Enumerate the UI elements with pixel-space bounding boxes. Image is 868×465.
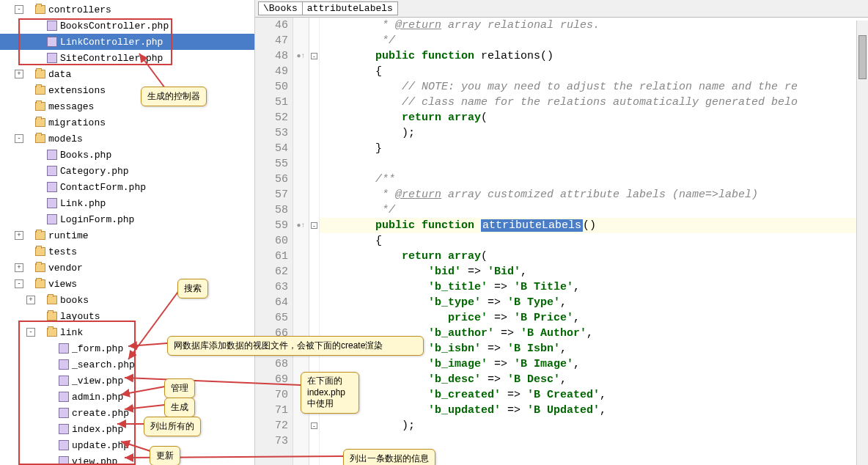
code-content[interactable]: * @return array relational rules. */ pub…	[320, 18, 868, 465]
tree-node-label[interactable]: migrations	[48, 117, 106, 128]
tree-node-admin-php[interactable]: admin.php	[0, 389, 254, 405]
expand-icon[interactable]: +	[15, 263, 23, 272]
tree-node-LoginForm-php[interactable]: LoginForm.php	[0, 211, 254, 227]
tree-node-label[interactable]: update.php	[72, 440, 129, 451]
code-line[interactable]: price' => 'B Price',	[320, 310, 868, 326]
scrollbar-thumb[interactable]	[858, 35, 867, 79]
code-line[interactable]: }	[320, 141, 868, 156]
code-line[interactable]: 'b_type' => 'B Type',	[320, 295, 868, 310]
tree-node-vendor[interactable]: +vendor	[0, 260, 254, 276]
tree-node-label[interactable]: models	[48, 133, 83, 144]
tree-node-controllers[interactable]: -controllers	[0, 1, 254, 18]
tree-node-models[interactable]: -models	[0, 131, 254, 147]
collapse-icon[interactable]: -	[26, 328, 35, 337]
tree-node-update-php[interactable]: update.php	[0, 437, 254, 453]
tree-node-SiteController-php[interactable]: SiteController.php	[0, 50, 254, 66]
tree-node-label[interactable]: tests	[48, 246, 77, 257]
code-line[interactable]: // class name for the relations automati…	[320, 95, 868, 110]
tree-node-label[interactable]: BooksController.php	[60, 21, 169, 32]
tree-node-_search-php[interactable]: _search.php	[0, 356, 254, 373]
code-line[interactable]	[320, 156, 868, 172]
tree-node-label[interactable]: views	[48, 279, 77, 290]
code-line[interactable]: );	[320, 125, 868, 141]
tree-node-books[interactable]: +books	[0, 292, 254, 308]
code-line[interactable]: */	[320, 202, 868, 218]
tree-node-ContactForm-php[interactable]: ContactForm.php	[0, 179, 254, 195]
tree-node-label[interactable]: SiteController.php	[60, 53, 163, 64]
code-line[interactable]: public function attributeLabels()	[320, 218, 868, 233]
tree-node-label[interactable]: _view.php	[72, 376, 123, 387]
tree-node-BooksController-php[interactable]: BooksController.php	[0, 18, 254, 34]
code-line[interactable]: 'b_updated' => 'B Updated',	[320, 403, 868, 418]
tree-node-label[interactable]: Books.php	[60, 150, 111, 161]
tree-node-Link-php[interactable]: Link.php	[0, 195, 254, 211]
code-line[interactable]: {	[320, 233, 868, 249]
fold-toggle-icon[interactable]: -	[311, 53, 317, 59]
tree-node-label[interactable]: vendor	[48, 263, 83, 274]
code-line[interactable]: * @return array relational rules.	[320, 18, 868, 33]
code-line[interactable]: );	[320, 418, 868, 433]
tree-node-label[interactable]: messages	[48, 101, 94, 112]
code-line[interactable]: 'b_created' => 'B Created',	[320, 387, 868, 403]
code-line[interactable]: public function relations()	[320, 48, 868, 64]
tree-node-label[interactable]: link	[60, 327, 83, 338]
crumb-class[interactable]: \Books	[258, 1, 303, 15]
tree-node-label[interactable]: books	[60, 295, 89, 306]
tree-node-label[interactable]: layouts	[60, 311, 100, 322]
code-line[interactable]: {	[320, 64, 868, 79]
tree-node-label[interactable]: admin.php	[72, 392, 123, 403]
code-line[interactable]: return array(	[320, 249, 868, 264]
code-line[interactable]: 'b_title' => 'B Title',	[320, 279, 868, 295]
code-line[interactable]: /**	[320, 172, 868, 187]
tree-node-label[interactable]: controllers	[48, 4, 111, 15]
collapse-icon[interactable]: -	[15, 5, 23, 14]
tree-node-runtime[interactable]: +runtime	[0, 227, 254, 244]
tree-node-LinkController-php[interactable]: LinkController.php	[0, 34, 254, 50]
tree-node-index-php[interactable]: index.php	[0, 421, 254, 437]
tree-node-label[interactable]: index.php	[72, 424, 123, 435]
tree-node-label[interactable]: _search.php	[72, 359, 135, 370]
code-line[interactable]: 'bid' => 'Bid',	[320, 264, 868, 279]
vertical-scrollbar[interactable]	[856, 21, 868, 465]
file-tree[interactable]: -controllersBooksController.phpLinkContr…	[0, 0, 254, 465]
tree-node-label[interactable]: runtime	[48, 230, 89, 241]
tree-node-data[interactable]: +data	[0, 66, 254, 82]
tree-node-label[interactable]: ContactForm.php	[60, 182, 146, 193]
fold-toggle-icon[interactable]: -	[311, 222, 317, 229]
expand-icon[interactable]: +	[26, 296, 35, 304]
code-line[interactable]: */	[320, 33, 868, 48]
tree-node-label[interactable]: create.php	[72, 408, 129, 419]
tree-node-messages[interactable]: messages	[0, 98, 254, 114]
tree-node-create-php[interactable]: create.php	[0, 405, 254, 421]
tree-node-label[interactable]: extensions	[48, 85, 106, 96]
collapse-icon[interactable]: -	[15, 279, 23, 288]
collapse-icon[interactable]: -	[15, 134, 23, 143]
tree-node-migrations[interactable]: migrations	[0, 114, 254, 131]
code-line[interactable]: 'b_desc' => 'B Desc',	[320, 372, 868, 387]
tree-node-label[interactable]: Category.php	[60, 166, 129, 177]
tree-node-label[interactable]: data	[48, 69, 71, 80]
code-line[interactable]: 'b_image' => 'B Image',	[320, 356, 868, 372]
code-line[interactable]	[320, 433, 868, 449]
tree-node-label[interactable]: LinkController.php	[60, 37, 163, 48]
expand-icon[interactable]: +	[15, 70, 23, 78]
tree-node-tests[interactable]: tests	[0, 244, 254, 260]
expand-icon[interactable]: +	[15, 231, 23, 240]
tree-node-Category-php[interactable]: Category.php	[0, 163, 254, 179]
tree-node-views[interactable]: -views	[0, 276, 254, 292]
tree-node-label[interactable]: Link.php	[60, 198, 106, 209]
crumb-method[interactable]: attributeLabels	[302, 1, 398, 15]
tree-node-label[interactable]: view.php	[72, 456, 117, 466]
tree-node-_view-php[interactable]: _view.php	[0, 373, 254, 389]
folder-icon	[35, 247, 45, 256]
tree-node-label[interactable]: _form.php	[72, 343, 123, 354]
tree-node-extensions[interactable]: extensions	[0, 82, 254, 98]
tree-node-layouts[interactable]: layouts	[0, 308, 254, 324]
code-line[interactable]: * @return array customized attribute lab…	[320, 187, 868, 202]
tree-node-view-php[interactable]: view.php	[0, 453, 254, 465]
code-line[interactable]: return array(	[320, 110, 868, 125]
tree-node-Books-php[interactable]: Books.php	[0, 147, 254, 163]
tree-node-label[interactable]: LoginForm.php	[60, 214, 134, 225]
code-line[interactable]: // NOTE: you may need to adjust the rela…	[320, 79, 868, 95]
fold-toggle-icon[interactable]: -	[311, 422, 317, 429]
